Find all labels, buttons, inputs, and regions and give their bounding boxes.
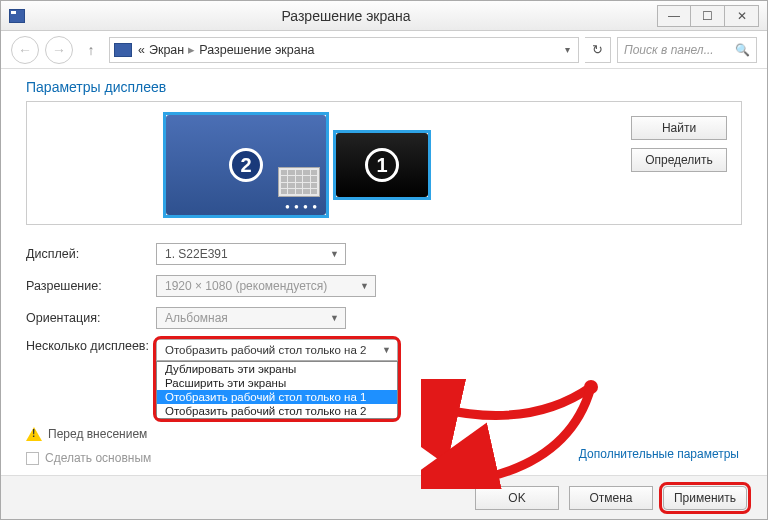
up-button[interactable]: ↑: [79, 38, 103, 62]
multiple-displays-dropdown: Дублировать эти экраны Расширить эти экр…: [156, 361, 398, 419]
chevron-down-icon: ▼: [330, 249, 339, 259]
dots-icon: ● ● ● ●: [285, 202, 318, 211]
toolbar: ← → ↑ « Экран ▸ Разрешение экрана ▾ ↻ По…: [1, 31, 767, 69]
monitor-1[interactable]: 1: [333, 130, 431, 200]
display-label: Дисплей:: [26, 247, 156, 261]
warning-icon: [26, 427, 42, 441]
dropdown-option[interactable]: Отобразить рабочий стол только на 2: [157, 404, 397, 418]
dialog-footer: OK Отмена Применить: [1, 475, 767, 519]
orientation-label: Ориентация:: [26, 311, 156, 325]
chevron-down-icon: ▼: [382, 345, 391, 355]
titlebar: Разрешение экрана — ☐ ✕: [1, 1, 767, 31]
back-button[interactable]: ←: [11, 36, 39, 64]
monitor-number: 2: [229, 148, 263, 182]
monitor-number: 1: [365, 148, 399, 182]
page-heading: Параметры дисплеев: [26, 79, 742, 95]
advanced-settings-link[interactable]: Дополнительные параметры: [579, 447, 739, 461]
search-input[interactable]: Поиск в панел... 🔍: [617, 37, 757, 63]
apply-button[interactable]: Применить: [663, 486, 747, 510]
display-select[interactable]: 1. S22E391 ▼: [156, 243, 346, 265]
warning-text: Перед внесением: [48, 427, 147, 441]
dropdown-option[interactable]: Расширить эти экраны: [157, 376, 397, 390]
chevron-down-icon: ▼: [330, 313, 339, 323]
minimize-button[interactable]: —: [657, 5, 691, 27]
maximize-button[interactable]: ☐: [691, 5, 725, 27]
resolution-label: Разрешение:: [26, 279, 156, 293]
resolution-select[interactable]: 1920 × 1080 (рекомендуется) ▼: [156, 275, 376, 297]
address-bar[interactable]: « Экран ▸ Разрешение экрана ▾: [109, 37, 579, 63]
chevron-down-icon: ▼: [360, 281, 369, 291]
search-placeholder: Поиск в панел...: [624, 43, 714, 57]
make-primary-label: Сделать основным: [45, 451, 151, 465]
find-button[interactable]: Найти: [631, 116, 727, 140]
cancel-button[interactable]: Отмена: [569, 486, 653, 510]
ok-button[interactable]: OK: [475, 486, 559, 510]
multiple-displays-select[interactable]: Отобразить рабочий стол только на 2 ▼: [156, 339, 398, 361]
address-dropdown-icon[interactable]: ▾: [561, 44, 574, 55]
search-icon: 🔍: [735, 43, 750, 57]
multiple-displays-label: Несколько дисплеев:: [26, 339, 156, 353]
monitor-icon: [9, 9, 25, 23]
make-primary-checkbox[interactable]: [26, 452, 39, 465]
monitor-icon: [114, 43, 132, 57]
breadcrumb-sep: ▸: [188, 42, 195, 57]
monitor-2[interactable]: 2 ● ● ● ●: [163, 112, 329, 218]
window: Разрешение экрана — ☐ ✕ ← → ↑ « Экран ▸ …: [0, 0, 768, 520]
breadcrumb-chevron: «: [138, 43, 145, 57]
window-title: Разрешение экрана: [35, 8, 657, 24]
content: Параметры дисплеев 2 ● ● ● ●: [1, 69, 767, 465]
display-arrangement[interactable]: 2 ● ● ● ● 1: [26, 101, 742, 225]
close-button[interactable]: ✕: [725, 5, 759, 27]
refresh-button[interactable]: ↻: [585, 37, 611, 63]
identify-button[interactable]: Определить: [631, 148, 727, 172]
dropdown-option[interactable]: Отобразить рабочий стол только на 1: [157, 390, 397, 404]
forward-button[interactable]: →: [45, 36, 73, 64]
breadcrumb-item[interactable]: Разрешение экрана: [199, 43, 314, 57]
orientation-select[interactable]: Альбомная ▼: [156, 307, 346, 329]
dropdown-option[interactable]: Дублировать эти экраны: [157, 362, 397, 376]
breadcrumb-item[interactable]: Экран: [149, 43, 184, 57]
keyboard-icon: [278, 167, 320, 197]
window-controls: — ☐ ✕: [657, 5, 759, 27]
warning-row: Перед внесением: [26, 427, 742, 441]
